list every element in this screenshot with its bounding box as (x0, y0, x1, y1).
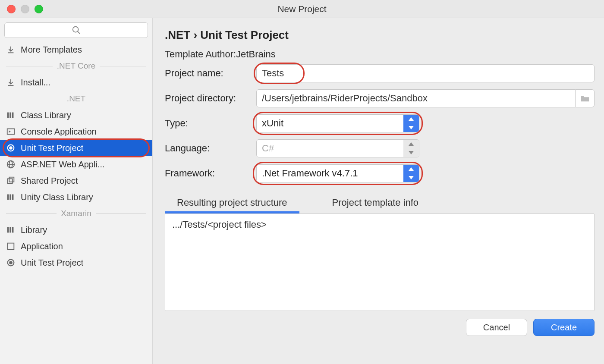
sidebar-item-label: Shared Project (21, 176, 78, 186)
framework-select[interactable]: .Net Framework v4.7.1 (256, 164, 419, 182)
globe-icon (5, 159, 16, 170)
sidebar-item-label: Library (21, 225, 47, 235)
library-icon (5, 191, 16, 203)
sidebar-item-install[interactable]: Install... (0, 74, 152, 91)
download-icon (5, 77, 16, 88)
sidebar-group-net: .NET (0, 91, 152, 107)
project-name-input[interactable] (256, 64, 595, 82)
shared-icon (5, 175, 16, 186)
sidebar-item-xamarin-application[interactable]: Application (0, 238, 152, 254)
sidebar-item-label: Class Library (21, 110, 71, 120)
sidebar-item-label: Install... (21, 78, 50, 88)
svg-rect-16 (9, 177, 14, 182)
sidebar-group-netcore: .NET Core (0, 58, 152, 74)
svg-rect-18 (9, 195, 11, 200)
svg-marker-31 (409, 176, 414, 179)
language-label: Language: (165, 143, 256, 154)
type-value: xUnit (257, 118, 403, 129)
sidebar-item-label: Unit Test Project (21, 143, 83, 153)
template-author: Template Author:JetBrains (165, 49, 595, 60)
sidebar-item-label: Application (21, 242, 63, 251)
svg-rect-7 (9, 113, 11, 118)
sidebar-item-shared-project[interactable]: Shared Project (0, 173, 152, 189)
project-dir-input[interactable] (256, 89, 576, 107)
svg-marker-26 (409, 117, 414, 121)
sidebar-item-label: Unit Test Project (21, 258, 83, 268)
svg-point-11 (9, 147, 12, 149)
svg-line-1 (77, 31, 80, 34)
folder-icon (580, 94, 590, 103)
search-input[interactable] (4, 22, 148, 38)
svg-marker-30 (409, 167, 414, 171)
browse-dir-button[interactable] (576, 89, 595, 107)
svg-rect-22 (12, 227, 14, 233)
svg-point-0 (72, 27, 78, 32)
svg-rect-20 (7, 227, 9, 233)
structure-box: .../Tests/<project files> (165, 213, 595, 311)
tab-template-info[interactable]: Project template info (320, 195, 431, 213)
footer: Cancel Create (165, 319, 595, 336)
cancel-button[interactable]: Cancel (466, 319, 527, 336)
tab-resulting-structure[interactable]: Resulting project structure (165, 195, 299, 213)
tabs: Resulting project structure Project temp… (165, 195, 595, 213)
sidebar-item-label: ASP.NET Web Appli... (21, 160, 105, 169)
sidebar-item-label: Unity Class Library (21, 192, 93, 202)
sidebar-item-unity-class-library[interactable]: Unity Class Library (0, 189, 152, 205)
sidebar-item-xamarin-unit-test[interactable]: Unit Test Project (0, 254, 152, 271)
sidebar-item-class-library[interactable]: Class Library (0, 107, 152, 123)
chevron-updown-icon (403, 140, 419, 157)
app-icon (5, 241, 16, 252)
svg-rect-21 (9, 227, 11, 233)
svg-marker-29 (409, 151, 414, 154)
sidebar-item-unit-test-project[interactable]: Unit Test Project (0, 140, 152, 156)
svg-rect-19 (12, 195, 14, 200)
structure-line: .../Tests/<project files> (172, 219, 587, 230)
project-name-label: Project name: (165, 68, 256, 79)
svg-rect-23 (8, 243, 14, 250)
sidebar-item-console-application[interactable]: Console Application (0, 123, 152, 140)
sidebar-item-aspnet-web-appli[interactable]: ASP.NET Web Appli... (0, 156, 152, 173)
type-label: Type: (165, 118, 256, 129)
sidebar-item-xamarin-library[interactable]: Library (0, 222, 152, 238)
svg-rect-6 (7, 113, 9, 118)
test-icon (5, 142, 16, 154)
sidebar-group-xamarin: Xamarin (0, 205, 152, 222)
svg-rect-17 (7, 195, 9, 200)
framework-value: .Net Framework v4.7.1 (257, 168, 403, 179)
svg-marker-28 (409, 142, 414, 146)
test-icon (5, 257, 16, 268)
svg-rect-8 (12, 113, 14, 118)
titlebar: New Project (0, 0, 604, 18)
chevron-updown-icon (403, 165, 419, 182)
console-icon (5, 126, 16, 137)
sidebar-item-label: More Templates (21, 45, 82, 55)
chevron-updown-icon (403, 115, 419, 132)
search-icon (72, 25, 81, 35)
main-panel: .NET › Unit Test Project Template Author… (153, 18, 604, 364)
library-icon (5, 110, 16, 121)
sidebar: More Templates .NET Core Install... .NET… (0, 18, 153, 364)
sidebar-item-more-templates[interactable]: More Templates (0, 41, 152, 58)
svg-marker-27 (409, 126, 414, 129)
breadcrumb: .NET › Unit Test Project (165, 28, 595, 42)
language-value: C# (257, 143, 403, 154)
sidebar-item-label: Console Application (21, 127, 97, 137)
type-select[interactable]: xUnit (256, 114, 419, 132)
library-icon (5, 224, 16, 235)
framework-label: Framework: (165, 168, 256, 179)
window-title: New Project (0, 4, 604, 14)
download-icon (5, 44, 16, 55)
create-button[interactable]: Create (533, 319, 595, 336)
svg-point-25 (9, 261, 12, 264)
svg-rect-15 (8, 179, 13, 183)
svg-rect-9 (7, 129, 15, 135)
project-dir-label: Project directory: (165, 93, 256, 104)
language-select[interactable]: C# (256, 139, 419, 157)
